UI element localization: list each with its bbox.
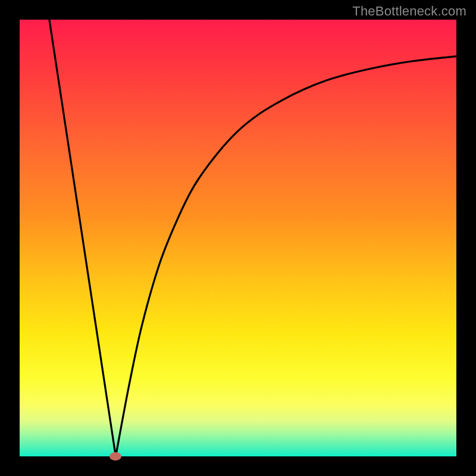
bottleneck-curve bbox=[20, 20, 456, 456]
curve-path bbox=[49, 20, 456, 456]
chart-frame: TheBottleneck.com bbox=[0, 0, 476, 476]
watermark-text: TheBottleneck.com bbox=[352, 4, 466, 19]
plot-area bbox=[20, 20, 456, 456]
minimum-marker bbox=[109, 452, 121, 461]
